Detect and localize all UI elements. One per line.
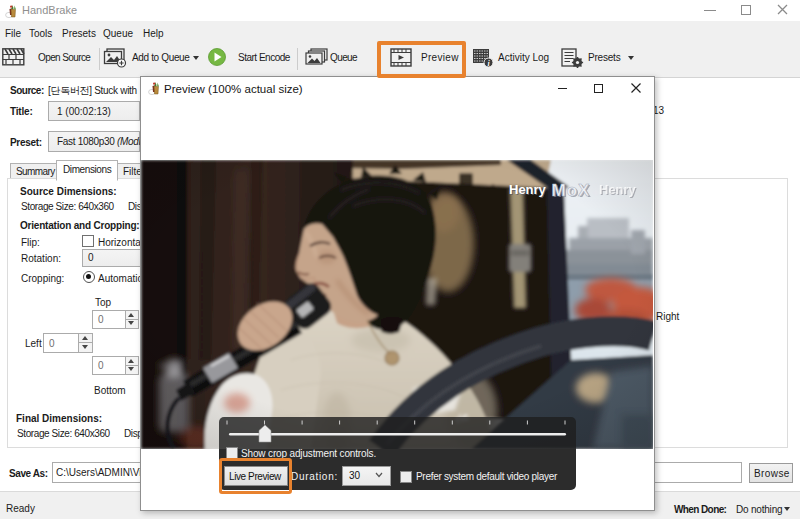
svg-text:Henry: Henry	[509, 182, 547, 197]
svg-text:Henry: Henry	[599, 182, 637, 197]
svg-text:MoX: MoX	[552, 181, 591, 200]
